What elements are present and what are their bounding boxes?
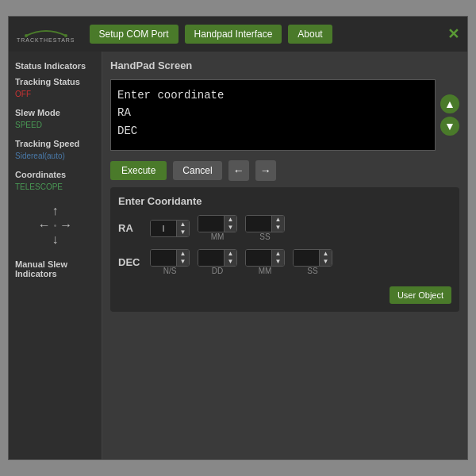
main-layout: Status Indicators Tracking Status OFF Sl… (9, 52, 467, 459)
dec-spinner-3: ▲ ▼ (245, 249, 285, 267)
handpad-screen: Enter coordinate RA DEC (110, 79, 436, 151)
nav-right-button[interactable]: → (255, 160, 276, 181)
about-button[interactable]: About (288, 25, 332, 44)
dec-spinner-4-up[interactable]: ▲ (319, 250, 332, 258)
slew-arrows: ↑ ← • → ↓ (15, 204, 95, 247)
manual-slew-label: Manual Slew Indicators (15, 259, 95, 278)
dec-spinner-1-btns: ▲ ▼ (176, 250, 189, 266)
logo-text: TrackTheStars (17, 37, 75, 43)
ra-spinner-1-down[interactable]: ▼ (176, 228, 189, 236)
slew-mode-value: SPEED (15, 121, 95, 129)
ra-spinner-2: ▲ ▼ (198, 215, 237, 232)
screen-line-2: RA (117, 104, 428, 121)
dec-spinner-3-btns: ▲ ▼ (271, 250, 284, 266)
dec-ns-label: N/S (157, 267, 182, 275)
dec-spinner-1-up[interactable]: ▲ (176, 250, 189, 258)
dec-spinner-2-btns: ▲ ▼ (224, 250, 236, 266)
dec-spinner-4-btns: ▲ ▼ (319, 250, 332, 266)
coordinate-entry-section: Enter Cooridante RA ▲ ▼ (110, 187, 459, 312)
slew-up-arrow: ↑ (52, 204, 59, 218)
cancel-button[interactable]: Cancel (173, 161, 221, 180)
ra-field-3-wrap: ▲ ▼ SS (245, 215, 285, 241)
screen-line-3: DEC (117, 122, 428, 140)
slew-down-arrow: ↓ (52, 232, 59, 247)
handpad-action-buttons: Execute Cancel ← → (110, 160, 459, 181)
ra-spinner-3-up[interactable]: ▲ (271, 216, 284, 224)
dec-label: DEC (118, 256, 142, 268)
content: HandPad Screen Enter coordinate RA DEC ▲… (102, 52, 467, 459)
ra-spinner-3-btns: ▲ ▼ (271, 216, 284, 232)
dec-spinner-2: ▲ ▼ (198, 249, 237, 267)
scroll-down-button[interactable]: ▼ (440, 117, 459, 136)
header: TrackTheStars Setup COM Port Handpad Int… (9, 17, 467, 52)
ra-input-2[interactable] (198, 216, 224, 232)
tracking-status-value: OFF (15, 90, 95, 98)
ra-spinner-1: ▲ ▼ (150, 220, 190, 237)
status-indicators-label: Status Indicators (15, 61, 95, 71)
dec-ss-label: SS (300, 267, 325, 275)
dec-input-1[interactable] (151, 250, 176, 266)
slew-right-arrow: → (60, 218, 72, 232)
logo: TrackTheStars (17, 26, 75, 43)
ra-spinner-3: ▲ ▼ (245, 215, 285, 232)
dec-spinner-2-down[interactable]: ▼ (224, 258, 236, 266)
execute-button[interactable]: Execute (110, 161, 167, 180)
dec-field-3-wrap: ▲ ▼ MM (245, 249, 285, 275)
coordinates-value: TELESCOPE (15, 182, 95, 191)
slew-left-arrow: ← (38, 218, 51, 232)
ra-spinner-2-down[interactable]: ▼ (224, 224, 236, 232)
ra-spinner-2-btns: ▲ ▼ (224, 216, 236, 232)
dec-mm-label: MM (252, 267, 278, 275)
dec-spinner-3-down[interactable]: ▼ (271, 258, 284, 266)
screen-line-1: Enter coordinate (117, 86, 428, 104)
dec-field-4-wrap: ▲ ▼ SS (293, 249, 332, 275)
slew-mode-label: Slew Mode (15, 108, 95, 117)
dec-input-4[interactable] (294, 250, 319, 266)
tracking-speed-value: Sidereal(auto) (15, 152, 95, 160)
tracking-status-label: Tracking Status (15, 77, 95, 86)
handpad-interface-button[interactable]: Handpad Interface (185, 25, 282, 44)
dec-field-1-wrap: ▲ ▼ N/S (150, 249, 190, 275)
ra-ss-label: SS (252, 232, 278, 241)
close-icon[interactable]: ✕ (447, 25, 459, 43)
slew-center-dot: • (54, 221, 57, 230)
ra-field-2-wrap: ▲ ▼ MM (198, 215, 237, 241)
coordinates-label: Coordinates (15, 170, 95, 179)
dec-spinner-1: ▲ ▼ (150, 249, 190, 267)
dec-row: DEC ▲ ▼ N/S (118, 249, 451, 275)
ra-spinner-1-up[interactable]: ▲ (176, 221, 189, 228)
dec-input-2[interactable] (198, 250, 224, 266)
dec-spinner-3-up[interactable]: ▲ (271, 250, 284, 258)
dec-spinner-4: ▲ ▼ (293, 249, 332, 267)
tracking-speed-label: Tracking Speed (15, 139, 95, 148)
handpad-title: HandPad Screen (110, 60, 459, 71)
ra-spinner-1-btns: ▲ ▼ (176, 221, 189, 236)
ra-spinner-3-down[interactable]: ▼ (271, 224, 284, 232)
ra-field-1-wrap: ▲ ▼ (150, 220, 190, 237)
dec-input-3[interactable] (246, 250, 271, 266)
scroll-buttons: ▲ ▼ (440, 79, 459, 151)
ra-mm-label: MM (205, 232, 230, 241)
dec-spinner-4-down[interactable]: ▼ (319, 258, 332, 266)
coord-bottom-row: User Object (118, 283, 451, 304)
dec-spinner-1-down[interactable]: ▼ (176, 258, 189, 266)
ra-spinner-2-up[interactable]: ▲ (224, 216, 236, 224)
app-container: TrackTheStars Setup COM Port Handpad Int… (8, 16, 468, 460)
user-object-button[interactable]: User Object (390, 286, 451, 304)
handpad-screen-wrapper: Enter coordinate RA DEC ▲ ▼ (110, 79, 459, 151)
coord-title: Enter Cooridante (118, 195, 451, 207)
dec-dd-label: DD (205, 267, 230, 275)
sidebar: Status Indicators Tracking Status OFF Sl… (9, 52, 102, 459)
ra-row: RA ▲ ▼ (118, 215, 451, 241)
setup-com-port-button[interactable]: Setup COM Port (90, 25, 178, 44)
scroll-up-button[interactable]: ▲ (440, 94, 459, 113)
ra-input-3[interactable] (246, 216, 271, 232)
nav-left-button[interactable]: ← (228, 160, 249, 181)
ra-label: RA (118, 222, 142, 234)
ra-input-1[interactable] (151, 221, 176, 236)
dec-spinner-2-up[interactable]: ▲ (224, 250, 236, 258)
dec-field-2-wrap: ▲ ▼ DD (198, 249, 237, 275)
